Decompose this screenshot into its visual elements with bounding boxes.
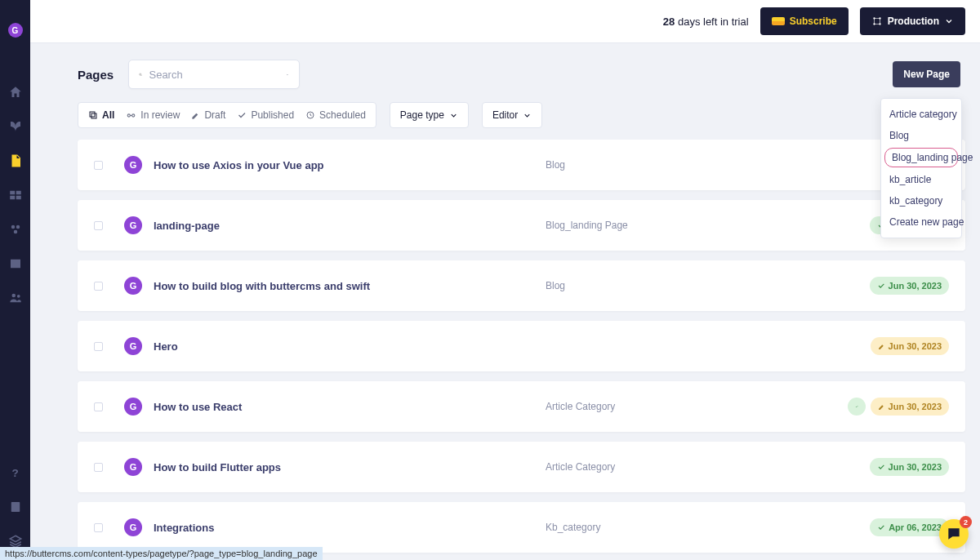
svg-point-1: [16, 225, 20, 229]
dropdown-item[interactable]: kb_article: [881, 169, 961, 190]
trial-days: 28: [663, 16, 675, 28]
page-type-filter[interactable]: Page type: [390, 102, 469, 128]
status-badge: Jun 30, 2023: [870, 277, 949, 295]
dropdown-item[interactable]: Article category: [881, 104, 961, 125]
row-checkbox[interactable]: [94, 402, 103, 411]
tab-label: All: [102, 109, 114, 121]
tab-draft[interactable]: Draft: [191, 109, 225, 121]
status-url: https://buttercms.com/content-types/page…: [0, 547, 323, 560]
row-avatar: G: [124, 156, 142, 174]
row-title[interactable]: How to use React: [154, 401, 546, 413]
badge-text: Apr 06, 2023: [889, 522, 942, 532]
chevron-down-icon[interactable]: [286, 69, 289, 80]
page-header: Pages New Page: [30, 43, 980, 97]
row-checkbox[interactable]: [94, 342, 103, 351]
dropdown-item[interactable]: kb_category: [881, 190, 961, 211]
svg-point-14: [128, 113, 131, 116]
new-page-button[interactable]: New Page: [893, 61, 960, 87]
row-title[interactable]: How to build Flutter apps: [154, 461, 546, 473]
svg-rect-12: [90, 112, 95, 117]
page-title: Pages: [78, 68, 114, 82]
row-type: Blog_landing Page: [546, 220, 870, 231]
svg-point-2: [13, 230, 17, 234]
media-icon[interactable]: [8, 256, 23, 271]
users-icon[interactable]: [8, 291, 23, 305]
check-icon: [877, 523, 885, 531]
search-input[interactable]: [149, 69, 286, 81]
pencil-icon: [191, 111, 200, 120]
sidebar-bottom: ?: [8, 465, 23, 549]
dropdown-item[interactable]: Blog: [881, 125, 961, 146]
table-row[interactable]: GHow to use ReactArticle CategoryJun 30,…: [78, 381, 965, 432]
row-type: Article Category: [546, 401, 848, 412]
row-avatar: G: [124, 458, 142, 476]
status-badge: Jun 30, 2023: [870, 458, 949, 476]
row-title[interactable]: Integrations: [154, 522, 546, 534]
collections-icon[interactable]: [8, 188, 23, 202]
row-checkbox[interactable]: [94, 523, 103, 532]
row-badges: Jun 30, 2023: [870, 277, 949, 295]
docs-icon[interactable]: [8, 500, 23, 514]
table-row[interactable]: Glanding-pageBlog_landing PageJun 30, 20…: [78, 200, 965, 251]
tab-label: Published: [251, 109, 294, 121]
components-icon[interactable]: [8, 222, 23, 237]
tab-scheduled[interactable]: Scheduled: [305, 109, 366, 121]
row-title[interactable]: How to use Axios in your Vue app: [154, 159, 546, 171]
search-icon: [139, 69, 142, 81]
tab-published[interactable]: Published: [237, 109, 294, 121]
chat-badge: 2: [960, 516, 972, 528]
table-area: GHow to use Axios in your Vue appBlogGla…: [30, 140, 980, 560]
table-row[interactable]: GHow to use Axios in your Vue appBlog: [78, 140, 965, 190]
row-type: Blog: [546, 280, 870, 291]
tab-label: Scheduled: [319, 109, 366, 121]
row-checkbox[interactable]: [94, 161, 103, 170]
production-button[interactable]: Production: [860, 7, 965, 35]
subscribe-button[interactable]: Subscribe: [760, 7, 849, 35]
status-badge: Jun 30, 2023: [871, 398, 949, 416]
status-badge: [848, 398, 866, 416]
pencil-icon: [878, 343, 885, 350]
dropdown-item[interactable]: Create new page: [881, 211, 961, 233]
filter-label: Page type: [400, 109, 444, 121]
row-avatar: G: [124, 216, 142, 234]
home-icon[interactable]: [8, 85, 23, 100]
row-badges: Apr 06, 2023: [870, 518, 949, 536]
tab-label: Draft: [204, 109, 225, 121]
check-icon: [877, 282, 885, 290]
chat-icon: [946, 526, 962, 542]
row-title[interactable]: How to build blog with buttercms and swi…: [154, 280, 546, 292]
table-row[interactable]: GHow to build Flutter appsArticle Catego…: [78, 442, 965, 492]
pages-icon[interactable]: [8, 153, 23, 168]
table-row[interactable]: GHeroJun 30, 2023: [78, 321, 965, 371]
help-icon[interactable]: ?: [8, 465, 23, 480]
glasses-icon: [126, 110, 136, 121]
table-row[interactable]: GIntegrationsKb_categoryApr 06, 2023: [78, 502, 965, 553]
row-title[interactable]: landing-page: [154, 220, 546, 232]
dropdown-item-highlighted[interactable]: Blog_landing page: [884, 148, 958, 167]
sidebar-avatar[interactable]: G: [8, 23, 23, 38]
row-checkbox[interactable]: [94, 282, 103, 291]
filter-row: All In review Draft Published Scheduled …: [30, 97, 980, 140]
filter-label: Editor: [492, 109, 518, 121]
badge-text: Jun 30, 2023: [889, 341, 942, 351]
clock-icon: [305, 110, 315, 120]
row-avatar: G: [124, 398, 142, 416]
row-avatar: G: [124, 518, 142, 536]
row-type: Kb_category: [546, 522, 870, 533]
editor-filter[interactable]: Editor: [482, 102, 542, 128]
blog-icon[interactable]: [8, 119, 23, 134]
table-row[interactable]: GHow to build blog with buttercms and sw…: [78, 260, 965, 311]
trial-text: 28 days left in trial: [663, 16, 749, 28]
check-icon: [855, 402, 858, 411]
check-icon: [877, 463, 885, 471]
tab-in-review[interactable]: In review: [126, 109, 180, 121]
tab-all[interactable]: All: [88, 109, 114, 121]
row-badges: Jun 30, 2023: [870, 458, 949, 476]
search-box[interactable]: [128, 60, 300, 89]
chevron-down-icon: [944, 16, 954, 26]
chat-widget[interactable]: 2: [939, 519, 969, 549]
row-title[interactable]: Hero: [154, 340, 546, 353]
env-icon: [871, 16, 883, 27]
row-checkbox[interactable]: [94, 463, 103, 472]
row-checkbox[interactable]: [94, 221, 103, 230]
